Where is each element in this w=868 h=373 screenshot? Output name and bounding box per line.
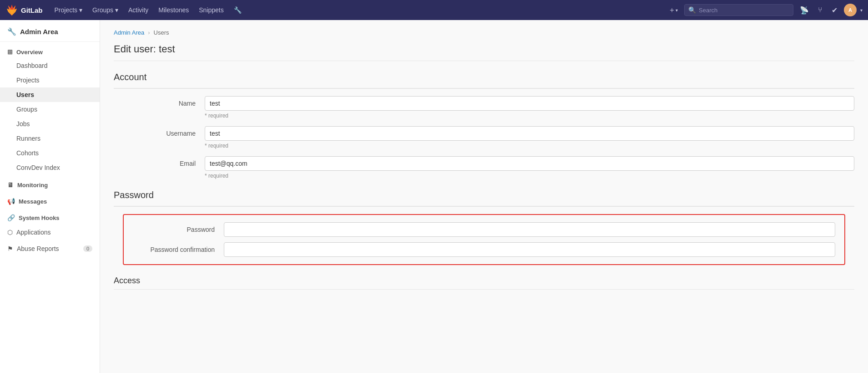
email-input[interactable]: [205, 156, 854, 171]
email-label: Email: [114, 156, 205, 167]
flag-icon: ⚑: [7, 245, 13, 252]
password-label: Password: [133, 222, 224, 233]
name-label: Name: [114, 96, 205, 107]
username-field: required: [205, 126, 854, 149]
account-section: Account Name required Username required: [114, 72, 854, 179]
username-hint: required: [205, 143, 854, 149]
username-input[interactable]: [205, 126, 854, 141]
password-confirmation-label: Password confirmation: [133, 242, 224, 253]
main-content: Admin Area › Users Edit user: test Accou…: [100, 20, 868, 373]
form-row-password-confirm: Password confirmation: [133, 242, 835, 257]
account-section-title: Account: [114, 72, 854, 89]
nav-activity[interactable]: Activity: [124, 4, 153, 16]
user-avatar[interactable]: A: [844, 4, 857, 16]
sidebar-section-monitoring[interactable]: 🖥 Monitoring: [0, 175, 100, 191]
sidebar-item-abuse-reports[interactable]: ⚑ Abuse Reports 0: [0, 240, 100, 257]
top-navigation: GitLab Projects ▾ Groups ▾ Activity Mile…: [0, 0, 868, 20]
access-section-title: Access: [114, 276, 854, 290]
todo-button[interactable]: ✔: [829, 4, 840, 16]
search-icon: 🔍: [688, 6, 696, 14]
sidebar-item-cohorts[interactable]: Cohorts: [0, 146, 100, 160]
wrench-icon: 🔧: [234, 6, 242, 14]
chevron-down-icon: ▾: [115, 6, 118, 14]
username-label: Username: [114, 126, 205, 137]
name-input[interactable]: [205, 96, 854, 111]
password-confirmation-field: [224, 242, 835, 257]
hook-icon: 🔗: [7, 214, 15, 221]
broadcast-icon: 📡: [800, 6, 809, 15]
chevron-down-icon: ▾: [676, 8, 678, 13]
breadcrumb-current: Users: [154, 29, 169, 36]
search-input[interactable]: [699, 7, 789, 14]
form-row-email: Email required: [114, 156, 854, 179]
nav-snippets[interactable]: Snippets: [194, 4, 228, 16]
nav-wrench[interactable]: 🔧: [229, 4, 246, 16]
sidebar-item-runners[interactable]: Runners: [0, 131, 100, 146]
nav-milestones[interactable]: Milestones: [154, 4, 193, 16]
nav-links: Projects ▾ Groups ▾ Activity Milestones …: [50, 4, 662, 16]
wrench-icon: 🔧: [7, 27, 16, 36]
sidebar-item-groups[interactable]: Groups: [0, 102, 100, 117]
sidebar-item-projects[interactable]: Projects: [0, 73, 100, 87]
nav-projects[interactable]: Projects ▾: [50, 4, 87, 16]
breadcrumb-admin-area[interactable]: Admin Area: [114, 29, 144, 36]
sidebar: 🔧 Admin Area ⊞ Overview Dashboard Projec…: [0, 20, 100, 373]
page-title: Edit user: test: [114, 43, 854, 61]
name-hint: required: [205, 112, 854, 119]
sidebar-item-dashboard[interactable]: Dashboard: [0, 58, 100, 73]
brand-logo[interactable]: GitLab: [5, 4, 43, 16]
sidebar-item-convdev-index[interactable]: ConvDev Index: [0, 160, 100, 175]
name-field: required: [205, 96, 854, 119]
sidebar-section-messages[interactable]: 📢 Messages: [0, 191, 100, 208]
email-hint: required: [205, 173, 854, 179]
sidebar-item-users[interactable]: Users: [0, 87, 100, 102]
grid-icon: ⊞: [7, 48, 13, 56]
password-section-title: Password: [114, 190, 854, 207]
broadcast-button[interactable]: 📡: [797, 4, 812, 16]
todo-icon: ✔: [832, 6, 838, 15]
nav-groups[interactable]: Groups ▾: [88, 4, 123, 16]
merge-request-icon: ⑂: [818, 6, 823, 14]
chevron-down-icon: ▾: [860, 8, 863, 13]
sidebar-section-system-hooks[interactable]: 🔗 System Hooks: [0, 208, 100, 224]
app-layout: 🔧 Admin Area ⊞ Overview Dashboard Projec…: [0, 20, 868, 373]
breadcrumb: Admin Area › Users: [114, 29, 854, 36]
plus-icon: ＋: [668, 5, 676, 15]
merge-request-button[interactable]: ⑂: [815, 4, 825, 16]
sidebar-header: 🔧 Admin Area: [0, 20, 100, 42]
speaker-icon: 📢: [7, 198, 15, 205]
search-box: 🔍: [684, 4, 793, 16]
form-row-username: Username required: [114, 126, 854, 149]
password-field: [224, 222, 835, 237]
monitor-icon: 🖥: [7, 181, 14, 189]
sidebar-item-jobs[interactable]: Jobs: [0, 117, 100, 131]
breadcrumb-separator: ›: [148, 29, 150, 36]
access-section: Access: [114, 276, 854, 290]
password-section: Password Password Password confirmation: [114, 190, 854, 265]
password-input[interactable]: [224, 222, 835, 237]
nav-right: ＋ ▾ 🔍 📡 ⑂ ✔ A ▾: [666, 4, 863, 17]
new-item-button[interactable]: ＋ ▾: [666, 4, 681, 17]
form-row-name: Name required: [114, 96, 854, 119]
sidebar-section-overview[interactable]: ⊞ Overview: [0, 42, 100, 58]
app-icon: ⬡: [7, 229, 13, 236]
password-highlight-box: Password Password confirmation: [123, 214, 845, 265]
form-row-password: Password: [133, 222, 835, 237]
sidebar-item-applications[interactable]: ⬡ Applications: [0, 224, 100, 240]
abuse-reports-badge: 0: [83, 245, 92, 252]
email-field-container: required: [205, 156, 854, 179]
chevron-down-icon: ▾: [79, 6, 82, 14]
password-confirmation-input[interactable]: [224, 242, 835, 257]
